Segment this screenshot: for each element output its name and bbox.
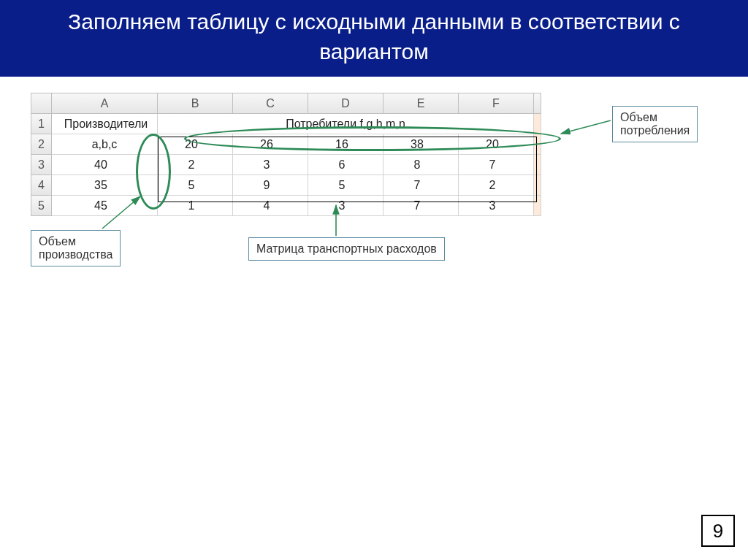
cell-F2: 20 — [459, 134, 534, 155]
cell-A1: Производители — [52, 114, 158, 134]
cell-E2: 38 — [383, 134, 459, 155]
cell-F3: 7 — [459, 155, 534, 175]
cell-G4 — [534, 175, 541, 196]
col-F-header: F — [459, 93, 534, 114]
slide-body: A B C D E F 1 Производители Потребители … — [0, 77, 748, 559]
cell-C4: 9 — [233, 175, 308, 196]
cell-G1 — [534, 114, 541, 134]
col-A-header: A — [52, 93, 158, 114]
cell-B3: 2 — [158, 155, 233, 175]
svg-line-0 — [561, 120, 611, 134]
cell-D4: 5 — [308, 175, 383, 196]
excel-col-headers: A B C D E F — [31, 93, 541, 114]
cell-B2: 20 — [158, 134, 233, 155]
row-2-header: 2 — [31, 134, 52, 155]
row-3-header: 3 — [31, 155, 52, 175]
row-5-header: 5 — [31, 196, 52, 216]
cell-F5: 3 — [459, 196, 534, 216]
cell-G2 — [534, 134, 541, 155]
cell-E5: 7 — [383, 196, 459, 216]
cell-D5: 3 — [308, 196, 383, 216]
cell-G3 — [534, 155, 541, 175]
cell-E4: 7 — [383, 175, 459, 196]
slide-title: Заполняем таблицу с исходными данными в … — [0, 0, 748, 77]
page-number: 9 — [701, 515, 735, 547]
cell-C2: 26 — [233, 134, 308, 155]
row-4-header: 4 — [31, 175, 52, 196]
excel-row-3: 3 40 2 3 6 8 7 — [31, 155, 541, 175]
cell-F4: 2 — [459, 175, 534, 196]
callout-production: Объем производства — [31, 230, 121, 266]
cell-B1F1: Потребители f,g,h,m,n — [158, 114, 534, 134]
cell-G5 — [534, 196, 541, 216]
excel-corner — [31, 93, 52, 114]
cell-A4: 35 — [52, 175, 158, 196]
callout-consumption: Объем потребления — [612, 106, 698, 142]
cell-C5: 4 — [233, 196, 308, 216]
col-C-header: C — [233, 93, 308, 114]
col-B-header: B — [158, 93, 233, 114]
cell-A2: a,b,c — [52, 134, 158, 155]
callout-matrix: Матрица транспортных расходов — [248, 237, 445, 261]
excel-row-2: 2 a,b,c 20 26 16 38 20 — [31, 134, 541, 155]
col-G-sliver — [534, 93, 541, 114]
cell-D2: 16 — [308, 134, 383, 155]
excel-row-4: 4 35 5 9 5 7 2 — [31, 175, 541, 196]
cell-C3: 3 — [233, 155, 308, 175]
excel-table: A B C D E F 1 Производители Потребители … — [31, 93, 541, 216]
col-E-header: E — [383, 93, 459, 114]
cell-B4: 5 — [158, 175, 233, 196]
excel-row-5: 5 45 1 4 3 7 3 — [31, 196, 541, 216]
cell-A5: 45 — [52, 196, 158, 216]
cell-D3: 6 — [308, 155, 383, 175]
row-1-header: 1 — [31, 114, 52, 134]
cell-B5: 1 — [158, 196, 233, 216]
excel-row-1: 1 Производители Потребители f,g,h,m,n — [31, 114, 541, 134]
cell-E3: 8 — [383, 155, 459, 175]
cell-A3: 40 — [52, 155, 158, 175]
col-D-header: D — [308, 93, 383, 114]
